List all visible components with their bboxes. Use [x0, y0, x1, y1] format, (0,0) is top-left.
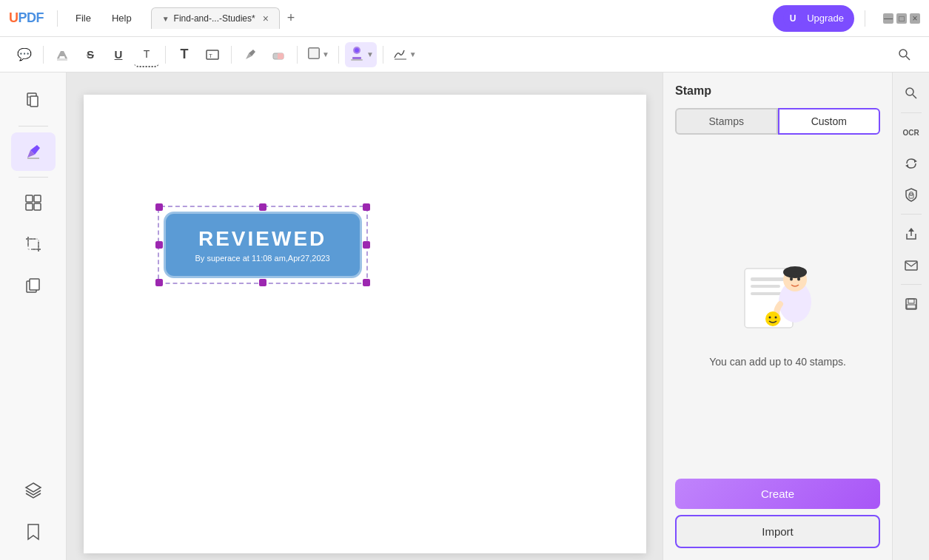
edge-share-button[interactable] [898, 220, 925, 247]
annotation-toolbar: 💬 S U T T T ▼ ▼ ▼ [0, 37, 929, 72]
handle-ml[interactable] [155, 241, 163, 249]
underline-tool[interactable]: U [106, 42, 131, 67]
svg-rect-4 [278, 53, 284, 59]
svg-rect-32 [751, 285, 780, 288]
document-content[interactable]: REVIEWED By superace at 11:08 am,Apr27,2… [67, 72, 663, 560]
pen-tool[interactable] [238, 42, 263, 67]
comment-tool[interactable]: 💬 [12, 42, 37, 67]
stamp-image: REVIEWED By superace at 11:08 am,Apr27,2… [164, 212, 362, 278]
handle-tl[interactable] [155, 203, 163, 211]
sidebar-pages[interactable] [11, 81, 56, 120]
svg-point-42 [774, 317, 777, 319]
maximize-button[interactable]: □ [896, 13, 907, 24]
edge-protect-button[interactable] [898, 181, 925, 208]
stamp-panel: Stamp Stamps Custom [663, 72, 892, 560]
sidebar-div-1 [19, 126, 48, 126]
handle-tr[interactable] [363, 203, 370, 211]
panel-tabs: Stamps Custom [675, 108, 880, 135]
signature-icon [392, 45, 409, 64]
sidebar-annotate[interactable] [11, 132, 56, 171]
tab-close-button[interactable]: × [263, 13, 269, 24]
panel-title: Stamp [675, 84, 880, 98]
menu-help[interactable]: Help [104, 10, 139, 27]
svg-rect-53 [907, 305, 916, 308]
new-tab-button[interactable]: + [281, 10, 301, 26]
stamp-reviewed-text: REVIEWED [195, 227, 330, 251]
tab-area: ▼ Find-and-...-Studies* × + [151, 7, 767, 29]
svg-point-39 [797, 277, 800, 281]
svg-rect-16 [30, 96, 38, 107]
edge-save-button[interactable] [898, 291, 925, 317]
edge-div-3 [901, 284, 922, 285]
shape-arrow-icon: ▼ [322, 50, 329, 58]
sidebar-layers[interactable] [11, 471, 56, 510]
stamp-subtitle-text: By superace at 11:08 am,Apr27,2023 [195, 254, 330, 263]
eraser-tool[interactable] [266, 42, 291, 67]
highlight-tool[interactable] [50, 42, 75, 67]
stamp-tool[interactable]: ▼ [345, 42, 377, 67]
edge-convert-button[interactable] [898, 150, 925, 177]
svg-rect-52 [908, 299, 914, 303]
tab-title: Find-and-...-Studies* [174, 13, 255, 24]
minimize-button[interactable]: — [883, 13, 893, 24]
divider-2 [865, 10, 865, 27]
edge-ocr-button[interactable]: OCR [898, 119, 925, 146]
upgrade-button[interactable]: U Upgrade [773, 5, 854, 32]
handle-mr[interactable] [363, 241, 370, 249]
svg-text:T: T [209, 53, 212, 59]
menu-file[interactable]: File [68, 10, 98, 27]
title-bar: UPDF File Help ▼ Find-and-...-Studies* ×… [0, 0, 929, 37]
sidebar-copy[interactable] [11, 266, 56, 305]
svg-point-41 [768, 317, 771, 319]
sidebar-div-2 [19, 177, 48, 178]
shape-tool[interactable]: ▼ [303, 42, 332, 67]
close-button[interactable]: × [910, 13, 920, 24]
svg-line-44 [913, 95, 916, 98]
create-stamp-button[interactable]: Create [675, 479, 880, 509]
text-tool[interactable]: T [172, 42, 197, 67]
tab-dropdown-icon[interactable]: ▼ [162, 15, 170, 23]
svg-rect-28 [30, 279, 39, 290]
sep-6 [383, 46, 383, 64]
handle-tc[interactable] [259, 203, 266, 211]
sep-5 [338, 46, 339, 64]
sig-arrow-icon: ▼ [409, 50, 417, 58]
handle-bl[interactable] [155, 279, 163, 286]
signature-tool[interactable]: ▼ [389, 42, 420, 67]
custom-tab[interactable]: Custom [778, 108, 881, 135]
handle-br[interactable] [363, 279, 370, 286]
sep-4 [297, 46, 298, 64]
stamp-selection[interactable]: REVIEWED By superace at 11:08 am,Apr27,2… [158, 206, 368, 284]
import-stamp-button[interactable]: Import [675, 515, 880, 548]
window-controls: — □ × [883, 13, 920, 24]
stamps-tab[interactable]: Stamps [675, 108, 778, 135]
sep-1 [43, 46, 44, 64]
handle-bc[interactable] [259, 279, 266, 286]
app-logo: UPDF [9, 10, 44, 26]
sep-3 [231, 46, 232, 64]
svg-point-8 [355, 48, 359, 53]
sidebar-bookmark[interactable] [11, 513, 56, 551]
search-button[interactable] [892, 42, 917, 67]
svg-marker-49 [908, 228, 914, 232]
divider-1 [57, 10, 58, 27]
edge-search-button[interactable] [898, 80, 925, 107]
svg-point-38 [790, 277, 793, 281]
dotted-underline-tool[interactable]: T [134, 42, 159, 67]
edge-email-button[interactable] [898, 252, 925, 278]
illustration-text: You can add up to 40 stamps. [709, 354, 846, 370]
svg-rect-51 [906, 299, 916, 309]
svg-rect-50 [905, 261, 917, 270]
svg-rect-21 [34, 203, 41, 210]
document-tab[interactable]: ▼ Find-and-...-Studies* × [151, 7, 280, 29]
sidebar-organize[interactable] [11, 183, 56, 222]
svg-rect-9 [352, 57, 361, 59]
svg-rect-20 [26, 203, 33, 210]
svg-rect-31 [751, 277, 788, 281]
user-avatar: U [783, 9, 802, 28]
svg-point-40 [765, 311, 780, 326]
text-box-tool[interactable]: T [200, 42, 225, 67]
strikethrough-tool[interactable]: S [78, 42, 103, 67]
sidebar-crop[interactable] [11, 225, 56, 263]
edge-div-1 [901, 112, 922, 113]
